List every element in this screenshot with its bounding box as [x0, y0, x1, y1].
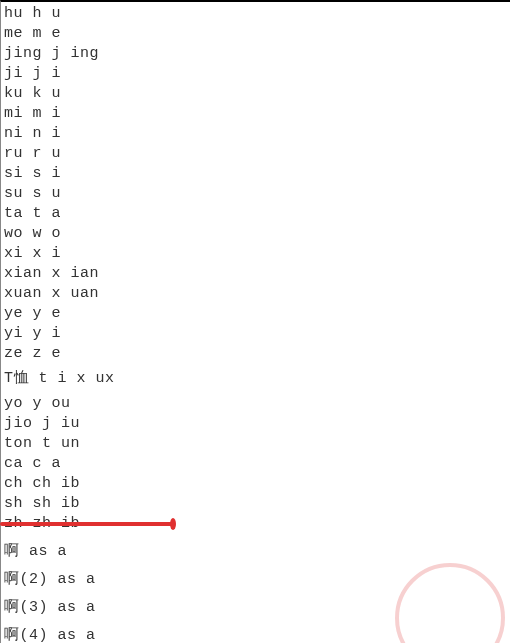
text-line: jio j iu — [4, 414, 510, 434]
text-line: ca c a — [4, 454, 510, 474]
text-line: ch ch ib — [4, 474, 510, 494]
text-line: xi x i — [4, 244, 510, 264]
text-line: ru r u — [4, 144, 510, 164]
text-line: sh sh ib — [4, 494, 510, 514]
text-line: yo y ou — [4, 394, 510, 414]
text-line: ze z e — [4, 344, 510, 364]
text-line: T恤 t i x ux — [4, 369, 510, 389]
text-container: hu h u me m e jing j ing ji j i ku k u m… — [0, 0, 510, 643]
text-line: xuan x uan — [4, 284, 510, 304]
text-line: ton t un — [4, 434, 510, 454]
text-line: ji j i — [4, 64, 510, 84]
red-annotation-underline — [0, 522, 175, 526]
text-line: ta t a — [4, 204, 510, 224]
text-line: wo w o — [4, 224, 510, 244]
text-line: me m e — [4, 24, 510, 44]
text-line: ye y e — [4, 304, 510, 324]
text-line: ni n i — [4, 124, 510, 144]
text-line: hu h u — [4, 4, 510, 24]
text-line: xian x ian — [4, 264, 510, 284]
text-line: su s u — [4, 184, 510, 204]
text-line: si s i — [4, 164, 510, 184]
text-line: mi m i — [4, 104, 510, 124]
text-line: jing j ing — [4, 44, 510, 64]
text-line: 啊 as a — [4, 542, 510, 562]
text-line: ku k u — [4, 84, 510, 104]
text-line: yi y i — [4, 324, 510, 344]
